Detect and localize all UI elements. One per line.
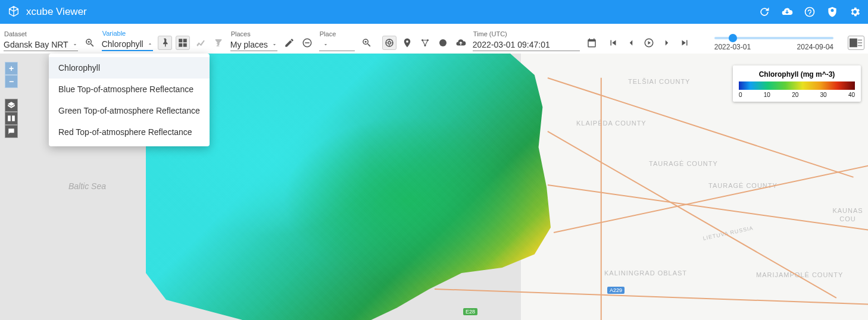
app-logo-icon xyxy=(7,5,20,18)
variable-option[interactable]: Red Top-of-atmosphere Reflectance xyxy=(49,121,210,143)
variable-select[interactable]: Chlorophyll xyxy=(102,38,153,51)
zoom-dataset-icon[interactable] xyxy=(83,36,97,50)
grid-icon[interactable] xyxy=(176,36,190,50)
region-label: TAURAGĖ COUNTY xyxy=(708,181,778,190)
region-label: KALININGRAD OBLAST xyxy=(604,269,687,277)
map-tool-controls xyxy=(5,99,18,138)
zoom-in-button[interactable]: + xyxy=(5,62,18,75)
places-label: Places xyxy=(230,30,277,37)
svg-rect-3 xyxy=(305,42,310,43)
region-label: MARIJAMPOLĖ COUNTY xyxy=(756,271,843,279)
places-value: My places xyxy=(230,40,268,49)
dataset-label: Dataset xyxy=(4,30,78,37)
app-title: xcube Viewer xyxy=(26,6,758,18)
edit-icon[interactable] xyxy=(282,36,296,50)
region-label: KAUNAS COU xyxy=(828,206,868,224)
variable-value: Chlorophyll xyxy=(102,39,143,49)
app-header: xcube Viewer xyxy=(0,0,868,24)
calendar-icon[interactable] xyxy=(585,36,599,50)
svg-text:Σ: Σ xyxy=(216,42,220,48)
upload-icon[interactable] xyxy=(454,36,468,50)
places-select[interactable]: My places xyxy=(230,39,277,51)
remove-icon[interactable] xyxy=(300,36,314,50)
places-field: Places My places xyxy=(230,30,277,51)
play-icon[interactable] xyxy=(642,36,656,50)
svg-rect-13 xyxy=(858,40,862,41)
marker-icon[interactable] xyxy=(400,36,414,50)
sea-label: Baltic Sea xyxy=(68,181,106,191)
zoom-place-icon[interactable] xyxy=(360,36,374,50)
next-icon[interactable] xyxy=(660,36,674,50)
layers-icon[interactable] xyxy=(5,99,18,112)
select-arrow-icon xyxy=(72,40,78,49)
dataset-field: Dataset Gdansk Bay NRT xyxy=(4,30,78,51)
variable-field: Variable Chlorophyll xyxy=(102,30,153,51)
variable-label: Variable xyxy=(102,30,153,37)
region-label: TELŠIAI COUNTY xyxy=(628,77,690,86)
place-field: Place xyxy=(319,30,355,51)
legend-title: Chlorophyll (mg m^-3) xyxy=(739,70,855,79)
time-input[interactable] xyxy=(473,39,580,51)
variable-option[interactable]: Blue Top-of-atmosphere Reflectance xyxy=(49,79,210,100)
road-badge: A229 xyxy=(607,287,625,294)
timeseries-icon[interactable] xyxy=(193,36,208,50)
pin-icon[interactable] xyxy=(158,36,172,50)
place-label: Place xyxy=(319,30,355,37)
svg-point-6 xyxy=(388,42,391,45)
dataset-select[interactable]: Gdansk Bay NRT xyxy=(4,39,78,51)
info-icon[interactable] xyxy=(5,125,18,138)
stats-icon[interactable]: Σ xyxy=(211,36,226,50)
dataset-value: Gdansk Bay NRT xyxy=(4,40,68,49)
svg-rect-15 xyxy=(858,45,862,46)
sidepanel-toggle-icon[interactable] xyxy=(848,36,864,50)
refresh-icon[interactable] xyxy=(758,6,770,18)
place-select[interactable] xyxy=(319,39,355,51)
gear-icon[interactable] xyxy=(849,6,861,18)
legend-ticks: 0 10 20 30 40 xyxy=(739,92,855,98)
skip-last-icon[interactable] xyxy=(677,36,692,50)
color-legend: Chlorophyll (mg m^-3) 0 10 20 30 40 xyxy=(733,65,861,102)
variable-dropdown-menu: Chlorophyll Blue Top-of-atmosphere Refle… xyxy=(49,54,210,146)
region-label: KLAIPĖDA COUNTY xyxy=(576,119,647,127)
compare-icon[interactable] xyxy=(5,112,18,125)
legend-colorbar xyxy=(739,81,855,90)
variable-option[interactable]: Chlorophyll xyxy=(49,57,210,79)
time-field: Time (UTC) xyxy=(473,30,580,51)
time-slider[interactable]: 2022-03-01 2024-09-04 xyxy=(697,37,843,51)
header-actions xyxy=(758,6,861,18)
help-icon[interactable] xyxy=(804,6,816,18)
svg-point-10 xyxy=(439,39,447,46)
select-arrow-icon xyxy=(147,39,153,49)
svg-rect-14 xyxy=(858,42,862,43)
cloud-download-icon[interactable] xyxy=(781,6,793,18)
prev-icon[interactable] xyxy=(624,36,638,50)
slider-start: 2022-03-01 xyxy=(714,43,751,51)
skip-first-icon[interactable] xyxy=(606,36,620,50)
svg-rect-12 xyxy=(850,39,857,48)
circle-icon[interactable] xyxy=(436,36,450,50)
region-label: TAURAGĖ COUNTY xyxy=(649,159,718,168)
shield-icon[interactable] xyxy=(826,6,838,18)
svg-point-4 xyxy=(364,41,366,43)
svg-rect-17 xyxy=(12,115,15,121)
svg-rect-16 xyxy=(8,115,11,121)
zoom-out-button[interactable]: − xyxy=(5,75,18,88)
svg-point-0 xyxy=(88,41,89,43)
slider-thumb[interactable] xyxy=(729,34,737,42)
slider-end: 2024-09-04 xyxy=(797,43,833,51)
select-point-icon[interactable] xyxy=(382,36,396,50)
polygon-icon[interactable] xyxy=(418,36,432,50)
variable-option[interactable]: Green Top-of-atmosphere Reflectance xyxy=(49,100,210,121)
road-line xyxy=(601,78,602,320)
time-label: Time (UTC) xyxy=(473,30,580,37)
controls-bar: Dataset Gdansk Bay NRT Variable Chloroph… xyxy=(0,24,868,54)
map-zoom-controls: + − xyxy=(5,62,18,88)
select-arrow-icon xyxy=(271,40,277,49)
select-arrow-icon xyxy=(323,40,329,49)
